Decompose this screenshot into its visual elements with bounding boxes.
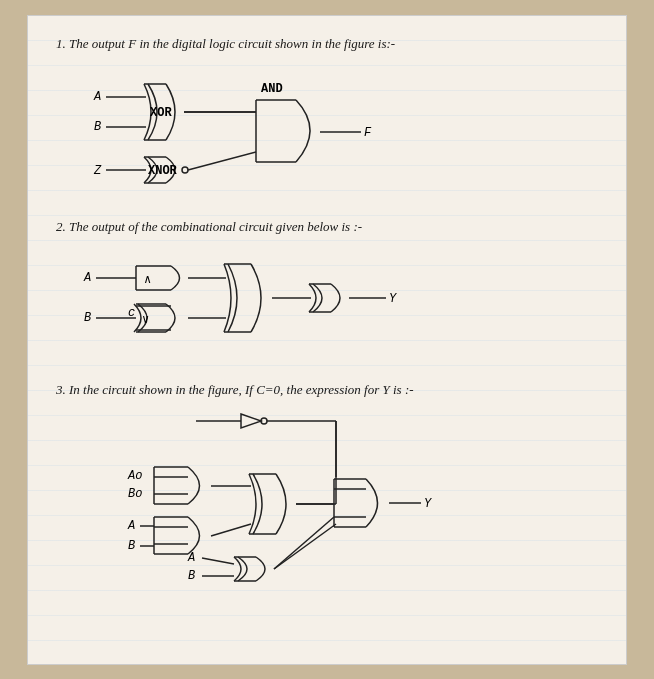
q1-number: 1.: [56, 36, 66, 51]
svg-text:XNOR: XNOR: [148, 164, 178, 178]
svg-text:B: B: [84, 311, 91, 325]
svg-line-88: [274, 517, 334, 569]
svg-line-86: [202, 558, 234, 564]
circuit-1-svg: A B XOR AND Z: [76, 62, 456, 192]
svg-line-15: [188, 152, 256, 170]
svg-text:F: F: [364, 126, 372, 140]
question-3-text: 3. In the circuit shown in the figure, I…: [56, 380, 598, 401]
svg-point-13: [182, 167, 188, 173]
q3-number: 3.: [56, 382, 66, 397]
svg-text:c: c: [128, 306, 135, 320]
svg-text:AND: AND: [261, 82, 283, 96]
svg-text:Y: Y: [389, 292, 397, 306]
question-2-text: 2. The output of the combinational circu…: [56, 217, 598, 238]
q3-text: In the circuit shown in the figure, If C…: [69, 382, 414, 397]
svg-text:Bo: Bo: [128, 487, 142, 501]
svg-marker-46: [241, 414, 261, 428]
svg-line-83: [274, 524, 336, 569]
svg-text:∨: ∨: [142, 313, 149, 327]
svg-text:Ao: Ao: [127, 469, 142, 483]
question-2: 2. The output of the combinational circu…: [56, 217, 598, 362]
svg-text:B: B: [188, 569, 195, 583]
circuit-1: A B XOR AND Z: [76, 62, 598, 199]
svg-text:Z: Z: [93, 164, 102, 178]
circuit-2-svg: A B ∧: [76, 246, 456, 356]
page: 1. The output F in the digital logic cir…: [27, 15, 627, 665]
question-1: 1. The output F in the digital logic cir…: [56, 34, 598, 199]
svg-text:A: A: [93, 90, 101, 104]
circuit-2: A B ∧: [76, 246, 598, 363]
svg-text:A: A: [127, 519, 135, 533]
svg-text:A: A: [187, 551, 195, 565]
svg-text:B: B: [94, 120, 101, 134]
content: 1. The output F in the digital logic cir…: [56, 34, 598, 591]
q1-text: The output F in the digital logic circui…: [69, 36, 395, 51]
svg-line-67: [211, 524, 251, 536]
q2-text: The output of the combinational circuit …: [69, 219, 362, 234]
circuit-3-svg: Ao Bo: [76, 409, 456, 584]
circuit-3: Ao Bo: [76, 409, 598, 591]
q2-number: 2.: [56, 219, 66, 234]
svg-text:Y: Y: [424, 497, 432, 511]
question-3: 3. In the circuit shown in the figure, I…: [56, 380, 598, 590]
svg-text:A: A: [83, 271, 91, 285]
svg-text:XOR: XOR: [150, 106, 172, 120]
svg-text:∧: ∧: [144, 273, 151, 287]
svg-text:B: B: [128, 539, 135, 553]
question-1-text: 1. The output F in the digital logic cir…: [56, 34, 598, 55]
